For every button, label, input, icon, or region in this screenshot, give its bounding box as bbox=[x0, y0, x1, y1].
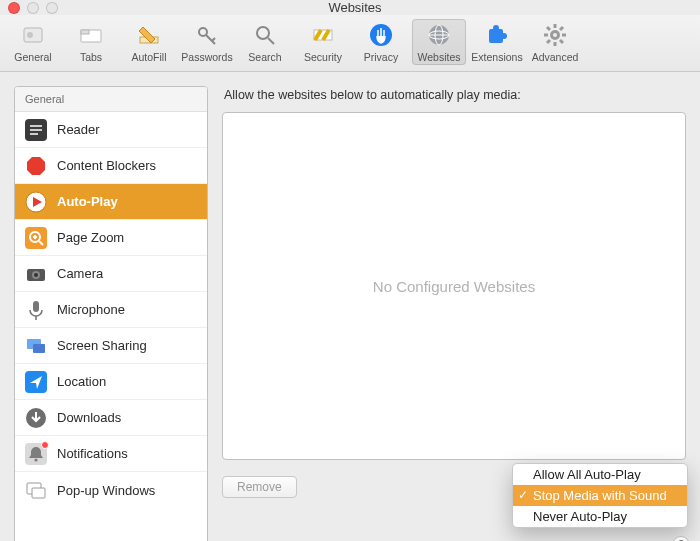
tab-security[interactable]: Security bbox=[296, 19, 350, 65]
remove-button[interactable]: Remove bbox=[222, 476, 297, 498]
window-title: Websites bbox=[18, 0, 692, 15]
tab-advanced[interactable]: Advanced bbox=[528, 19, 582, 65]
sidebar-item-downloads[interactable]: Downloads bbox=[15, 400, 207, 436]
sidebar-item-reader[interactable]: Reader bbox=[15, 112, 207, 148]
svg-point-28 bbox=[553, 33, 557, 37]
screen-sharing-icon bbox=[25, 335, 47, 357]
empty-state-text: No Configured Websites bbox=[373, 278, 535, 295]
sidebar-item-auto-play[interactable]: Auto-Play bbox=[15, 184, 207, 220]
download-icon bbox=[25, 407, 47, 429]
svg-point-6 bbox=[257, 27, 269, 39]
sidebar-item-label: Notifications bbox=[57, 446, 128, 461]
sidebar-item-screen-sharing[interactable]: Screen Sharing bbox=[15, 328, 207, 364]
tab-general[interactable]: General bbox=[6, 19, 60, 65]
popup-window-icon bbox=[25, 479, 47, 501]
sidebar-item-camera[interactable]: Camera bbox=[15, 256, 207, 292]
svg-rect-3 bbox=[81, 30, 89, 34]
svg-rect-48 bbox=[33, 344, 45, 353]
caution-icon bbox=[309, 21, 337, 49]
configured-websites-list[interactable]: No Configured Websites bbox=[222, 112, 686, 460]
sidebar-item-page-zoom[interactable]: Page Zoom bbox=[15, 220, 207, 256]
svg-point-44 bbox=[34, 273, 38, 277]
zoom-icon bbox=[25, 227, 47, 249]
sidebar-item-label: Page Zoom bbox=[57, 230, 124, 245]
sidebar-item-label: Microphone bbox=[57, 302, 125, 317]
content-area: General Reader Content Blockers Auto-Pla… bbox=[0, 72, 700, 541]
websites-preferences-window: Websites General Tabs AutoFill Passwords bbox=[0, 0, 700, 541]
puzzle-icon bbox=[483, 21, 511, 49]
tab-extensions[interactable]: Extensions bbox=[470, 19, 524, 65]
tab-search[interactable]: Search bbox=[238, 19, 292, 65]
tab-websites[interactable]: Websites bbox=[412, 19, 466, 65]
tabs-icon bbox=[77, 21, 105, 49]
sidebar-item-content-blockers[interactable]: Content Blockers bbox=[15, 148, 207, 184]
svg-line-26 bbox=[547, 40, 550, 43]
tab-passwords[interactable]: Passwords bbox=[180, 19, 234, 65]
sidebar-item-label: Downloads bbox=[57, 410, 121, 425]
play-icon bbox=[25, 191, 47, 213]
switch-icon bbox=[19, 21, 47, 49]
tab-privacy[interactable]: Privacy bbox=[354, 19, 408, 65]
svg-rect-55 bbox=[32, 488, 45, 498]
sidebar-item-label: Pop-up Windows bbox=[57, 483, 155, 498]
stop-sign-icon bbox=[25, 155, 47, 177]
sidebar-item-label: Content Blockers bbox=[57, 158, 156, 173]
notification-badge bbox=[41, 441, 49, 449]
sidebar-item-microphone[interactable]: Microphone bbox=[15, 292, 207, 328]
help-button[interactable]: ? bbox=[672, 536, 690, 541]
gear-icon bbox=[541, 21, 569, 49]
hand-privacy-icon bbox=[367, 21, 395, 49]
svg-point-5 bbox=[199, 28, 207, 36]
titlebar: Websites bbox=[0, 0, 700, 15]
globe-icon bbox=[425, 21, 453, 49]
microphone-icon bbox=[25, 299, 47, 321]
svg-rect-45 bbox=[33, 301, 39, 312]
magnifier-icon bbox=[251, 21, 279, 49]
svg-line-27 bbox=[560, 27, 563, 30]
tab-autofill[interactable]: AutoFill bbox=[122, 19, 176, 65]
svg-line-25 bbox=[560, 40, 563, 43]
bell-icon bbox=[25, 443, 47, 465]
pane-heading: Allow the websites below to automaticall… bbox=[222, 86, 686, 106]
sidebar-item-label: Auto-Play bbox=[57, 194, 118, 209]
svg-line-24 bbox=[547, 27, 550, 30]
menu-item-never[interactable]: Never Auto-Play bbox=[513, 506, 687, 527]
preferences-toolbar: General Tabs AutoFill Passwords Search S bbox=[0, 15, 700, 72]
pencil-form-icon bbox=[135, 21, 163, 49]
key-icon bbox=[193, 21, 221, 49]
svg-point-18 bbox=[501, 33, 507, 39]
svg-line-7 bbox=[268, 38, 274, 44]
svg-point-1 bbox=[27, 32, 33, 38]
svg-marker-33 bbox=[27, 157, 45, 175]
sidebar-item-popup-windows[interactable]: Pop-up Windows bbox=[15, 472, 207, 508]
sidebar-item-label: Screen Sharing bbox=[57, 338, 147, 353]
sidebar-item-notifications[interactable]: Notifications bbox=[15, 436, 207, 472]
svg-point-17 bbox=[493, 25, 499, 31]
sidebar-item-label: Camera bbox=[57, 266, 103, 281]
svg-point-53 bbox=[34, 458, 37, 461]
sidebar-item-label: Reader bbox=[57, 122, 100, 137]
sidebar-item-location[interactable]: Location bbox=[15, 364, 207, 400]
reader-icon bbox=[25, 119, 47, 141]
menu-item-allow-all[interactable]: Allow All Auto-Play bbox=[513, 464, 687, 485]
location-arrow-icon bbox=[25, 371, 47, 393]
camera-icon bbox=[25, 263, 47, 285]
menu-item-stop-sound[interactable]: Stop Media with Sound bbox=[513, 485, 687, 506]
default-policy-menu[interactable]: Allow All Auto-Play Stop Media with Soun… bbox=[512, 463, 688, 528]
sidebar-item-label: Location bbox=[57, 374, 106, 389]
tab-tabs[interactable]: Tabs bbox=[64, 19, 118, 65]
website-settings-sidebar: General Reader Content Blockers Auto-Pla… bbox=[14, 86, 208, 541]
sidebar-header: General bbox=[15, 87, 207, 112]
svg-rect-16 bbox=[489, 29, 503, 43]
